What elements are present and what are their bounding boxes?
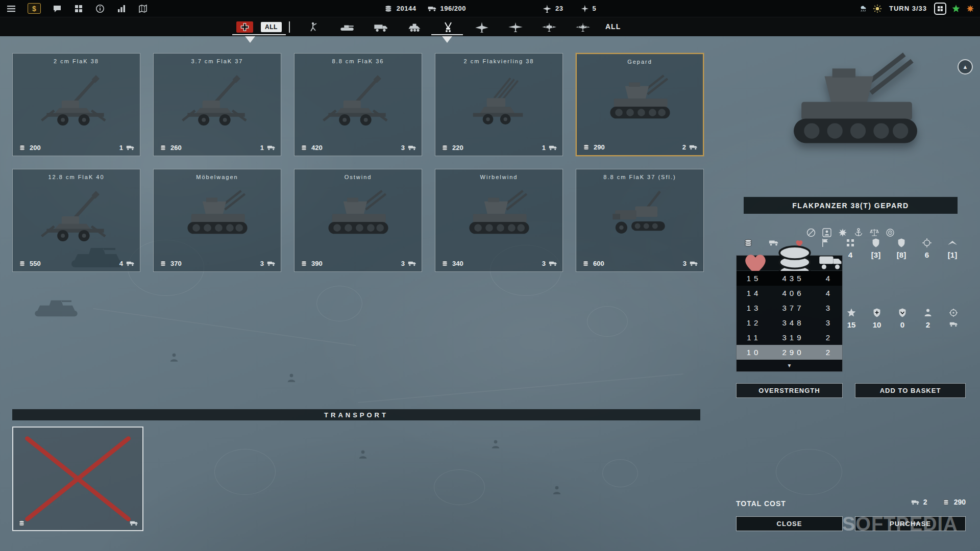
strength-option-15[interactable]: 15 435 4 — [737, 271, 842, 286]
attack-plane-filter-icon[interactable] — [507, 20, 524, 34]
transport-icon — [126, 260, 135, 267]
strength-option-12[interactable]: 12 348 3 — [737, 315, 842, 330]
transport-icon — [408, 144, 416, 152]
purchase-button[interactable]: PURCHASE — [855, 516, 966, 531]
unit-slots: 1 — [260, 144, 276, 152]
ability-anchor-icon — [853, 228, 864, 238]
total-slots-value: 2 — [923, 498, 927, 506]
unit-name: 3.7 cm FlaK 37 — [154, 58, 281, 64]
faction-flag-germany[interactable] — [236, 21, 253, 33]
transport-icon — [267, 144, 276, 152]
coins-icon — [440, 260, 449, 267]
info-icon[interactable] — [95, 4, 105, 14]
units-grid-icon[interactable] — [74, 4, 84, 14]
ability-slash-icon — [806, 228, 816, 238]
close-button[interactable]: CLOSE — [736, 516, 843, 531]
recon-filter-icon[interactable] — [406, 20, 423, 34]
soft-attack-shield-icon — [871, 238, 881, 248]
strength-option-13[interactable]: 13 377 3 — [737, 300, 842, 315]
unit-image — [448, 188, 550, 250]
transport-icon — [911, 498, 920, 506]
map-icon[interactable] — [138, 4, 148, 14]
transport-icon — [818, 263, 844, 271]
tank-filter-icon[interactable] — [339, 20, 355, 34]
unit-card-wirbelwind[interactable]: Wirbelwind 340 3 — [435, 169, 563, 272]
purchase-screen-icon[interactable]: $ — [28, 3, 41, 14]
unit-slots: 3 — [401, 144, 416, 152]
ability-row — [744, 228, 958, 238]
add-to-basket-button[interactable]: ADD TO BASKET — [855, 383, 966, 398]
unit-name: Ostwind — [295, 174, 422, 180]
unit-image — [307, 188, 409, 250]
scroll-up-button[interactable]: ▲ — [958, 59, 973, 74]
unit-card-gepard[interactable]: Gepard 290 2 — [576, 53, 704, 156]
resource-air: 23 — [543, 4, 563, 13]
weather-snow-icon — [859, 4, 868, 13]
menu-icon[interactable] — [6, 4, 16, 14]
unit-slots: 2 — [682, 143, 698, 151]
soldier-silhouette — [357, 449, 369, 460]
chat-icon[interactable] — [52, 4, 62, 14]
resource-supply: 20144 — [384, 4, 416, 13]
unit-grid: 2 cm FlaK 38 200 1 3.7 cm FlaK 37 260 1 … — [12, 53, 704, 272]
unit-all-filter[interactable]: ALL — [605, 22, 621, 31]
unit-cost: 260 — [159, 144, 182, 152]
unit-cost: 420 — [300, 144, 323, 152]
antiair-pointer-icon — [442, 36, 452, 48]
map-contour — [776, 449, 842, 495]
map-contour — [316, 286, 362, 321]
unit-card-flak37[interactable]: 3.7 cm FlaK 37 260 1 — [153, 53, 281, 156]
unit-cost: 290 — [582, 143, 605, 151]
green-star-icon[interactable] — [951, 4, 961, 13]
strength-dropdown-header — [737, 256, 842, 271]
unit-card-flak38[interactable]: 2 cm FlaK 38 200 1 — [12, 53, 140, 156]
unit-name: Gepard — [577, 59, 703, 65]
unit-name: Wirbelwind — [435, 174, 562, 180]
bomber-filter-icon[interactable] — [541, 20, 557, 34]
filter-separator — [289, 21, 290, 33]
no-transport-card[interactable] — [12, 427, 143, 531]
infantry-filter-icon[interactable] — [305, 20, 322, 34]
fighter-filter-icon[interactable] — [474, 20, 490, 34]
unit-card-moebelwagen[interactable]: Möbelwagen 370 3 — [153, 169, 281, 272]
unit-card-flak36[interactable]: 8.8 cm FlaK 36 420 3 — [294, 53, 422, 156]
transport-class-icon — [949, 320, 958, 327]
unit-image — [589, 188, 691, 250]
overstrength-button[interactable]: OVERSTRENGTH — [736, 383, 843, 398]
strategic-bomber-filter-icon[interactable] — [575, 20, 591, 34]
strength-option-11[interactable]: 11 319 2 — [737, 330, 842, 345]
up-arrow-icon: ▲ — [963, 64, 968, 70]
weather-sun-icon — [873, 4, 882, 13]
coins-icon — [300, 144, 308, 152]
total-cost-label: TOTAL COST — [736, 499, 786, 508]
transport-icon — [549, 144, 557, 152]
unit-cost: 340 — [440, 260, 463, 267]
map-contour — [587, 306, 628, 337]
antiair-filter-icon[interactable] — [440, 20, 456, 34]
unit-slots: 3 — [260, 260, 276, 267]
ability-crew-icon — [822, 228, 832, 238]
burst-icon[interactable] — [966, 4, 975, 13]
dropdown-scroll-down-icon[interactable]: ▼ — [737, 360, 842, 371]
unit-image — [448, 72, 550, 134]
purchase-screen: $ 20144 196/200 23 5 — [0, 0, 980, 551]
unit-card-flakvierling[interactable]: 2 cm Flakvierling 38 220 1 — [435, 53, 563, 156]
faction-all-button[interactable]: ALL — [261, 22, 282, 32]
strength-option-10-selected[interactable]: 10 290 2 — [737, 345, 842, 360]
coins-icon — [18, 260, 27, 267]
transport-icon — [549, 260, 557, 267]
statistics-icon[interactable] — [116, 4, 127, 14]
unit-card-flak40[interactable]: 12.8 cm FlaK 40 550 4 — [12, 169, 140, 272]
transport-filter-icon[interactable] — [373, 20, 389, 34]
unit-card-flak37-sfl[interactable]: 8.8 cm FlaK 37 (Sfl.) 600 3 — [576, 169, 704, 272]
turn-grid-icon[interactable] — [934, 3, 946, 15]
unit-slots: 3 — [401, 260, 416, 267]
unit-name: 8.8 cm FlaK 36 — [295, 58, 422, 64]
unit-detail-title: FLAKPANZER 38(T) GEPARD — [744, 197, 958, 214]
experience-star-icon — [846, 308, 856, 318]
strength-option-14[interactable]: 14 406 4 — [737, 286, 842, 300]
unit-card-ostwind[interactable]: Ostwind 390 3 — [294, 169, 422, 272]
command-points-value: 196/200 — [440, 5, 466, 12]
ability-target-icon — [885, 228, 895, 238]
transport-icon — [267, 260, 276, 267]
